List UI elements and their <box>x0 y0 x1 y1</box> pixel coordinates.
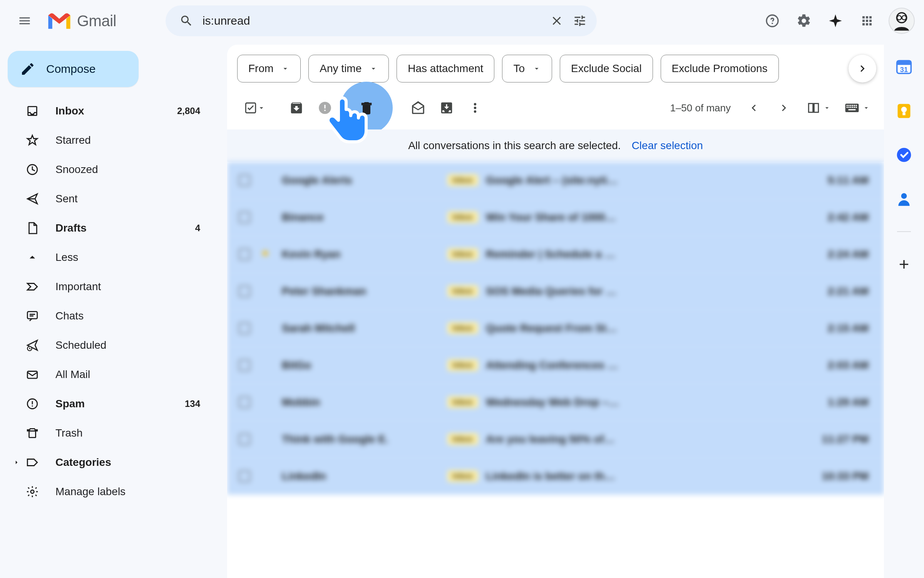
calendar-app-button[interactable]: 31 <box>891 54 917 80</box>
email-row[interactable]: Peter ShankmanInboxSOS Media Queries for… <box>227 273 884 310</box>
email-checkbox[interactable] <box>239 397 250 408</box>
email-row[interactable]: BinanceInboxWin Your Share of 1000…2:42 … <box>227 199 884 236</box>
sidebar-item-allmail[interactable]: All Mail <box>8 360 214 389</box>
sidebar: Compose Inbox2,804StarredSnoozedSentDraf… <box>0 42 227 578</box>
clear-selection-link[interactable]: Clear selection <box>632 139 703 152</box>
email-star[interactable] <box>260 212 272 223</box>
support-button[interactable] <box>758 6 787 35</box>
select-all-checkbox[interactable] <box>237 95 271 121</box>
sidebar-item-trash[interactable]: Trash <box>8 418 214 448</box>
email-checkbox[interactable] <box>239 249 250 260</box>
filter-chip-any-time[interactable]: Any time <box>308 55 389 82</box>
sidebar-item-send[interactable]: Sent <box>8 184 214 213</box>
email-checkbox[interactable] <box>239 212 250 223</box>
email-row[interactable]: Sarah MitchellInboxQuote Request From St… <box>227 310 884 347</box>
sidebar-item-draft[interactable]: Drafts4 <box>8 213 214 243</box>
sidebar-item-important[interactable]: Important <box>8 272 214 301</box>
plus-icon <box>897 257 911 272</box>
compose-button[interactable]: Compose <box>8 51 139 87</box>
checkbox-checked-icon <box>244 101 257 114</box>
gmail-logo[interactable]: Gmail <box>43 11 116 31</box>
email-time: 2:42 AM <box>815 211 869 223</box>
settings-button[interactable] <box>789 6 819 35</box>
email-row[interactable]: Think with Google E.InboxAre you leaving… <box>227 421 884 458</box>
email-row[interactable]: Kevin RyanInboxReminder | Schedule a …2:… <box>227 236 884 273</box>
sidebar-item-chats[interactable]: Chats <box>8 301 214 331</box>
archive-button[interactable] <box>283 95 310 121</box>
email-checkbox[interactable] <box>239 323 250 334</box>
sidebar-item-less[interactable]: Less <box>8 243 214 272</box>
email-star[interactable] <box>260 175 272 186</box>
filter-chip-exclude-promotions[interactable]: Exclude Promotions <box>661 55 779 82</box>
move-to-inbox-button[interactable] <box>434 95 460 121</box>
input-tools-toggle[interactable] <box>839 95 874 121</box>
gemini-button[interactable] <box>821 6 850 35</box>
svg-rect-32 <box>897 61 911 65</box>
email-row[interactable]: LinkedInInboxLinkedIn is better on th…10… <box>227 458 884 495</box>
email-star[interactable] <box>260 470 272 482</box>
search-icon <box>179 14 193 28</box>
email-checkbox[interactable] <box>239 434 250 445</box>
sidebar-item-star[interactable]: Starred <box>8 126 214 155</box>
tune-icon <box>573 14 587 28</box>
email-row[interactable]: Google AlertsInboxGoogle Alert – (site:n… <box>227 162 884 199</box>
chip-label: Has attachment <box>408 62 483 75</box>
email-star[interactable] <box>260 286 272 297</box>
get-addons-button[interactable] <box>891 251 917 277</box>
split-pane-toggle[interactable] <box>801 95 835 121</box>
svg-rect-21 <box>852 105 853 106</box>
email-time: 2:03 AM <box>815 359 869 371</box>
search-input[interactable] <box>198 14 545 27</box>
sidebar-item-spam[interactable]: Spam134 <box>8 389 214 418</box>
email-row[interactable]: BitGoInboxAttending Conferences …2:03 AM <box>227 347 884 384</box>
mark-as-read-button[interactable] <box>405 95 431 121</box>
search-clear-button[interactable] <box>545 9 568 32</box>
filter-chip-from[interactable]: From <box>237 55 301 82</box>
svg-rect-23 <box>856 105 857 106</box>
email-checkbox[interactable] <box>239 286 250 297</box>
main-menu-button[interactable] <box>9 5 40 36</box>
gmail-m-icon <box>46 11 72 31</box>
email-star[interactable] <box>260 249 272 260</box>
email-sender: Peter Shankman <box>282 285 447 297</box>
svg-rect-28 <box>854 107 855 108</box>
sidebar-item-scheduled[interactable]: Scheduled <box>8 331 214 360</box>
filter-chip-exclude-social[interactable]: Exclude Social <box>560 55 653 82</box>
contacts-app-button[interactable] <box>891 186 917 212</box>
email-subject: Google Alert – (site:nyti… <box>486 174 815 187</box>
filter-chip-has-attachment[interactable]: Has attachment <box>397 55 494 82</box>
keep-app-button[interactable] <box>891 98 917 124</box>
email-row[interactable]: MobbinInboxWednesday Web Drop –…1:29 AM <box>227 384 884 421</box>
email-star[interactable] <box>260 360 272 371</box>
email-star[interactable] <box>260 397 272 408</box>
apps-button[interactable] <box>852 6 882 35</box>
email-checkbox[interactable] <box>239 175 250 186</box>
email-star[interactable] <box>260 434 272 445</box>
email-star[interactable] <box>260 323 272 334</box>
delete-button[interactable] <box>340 82 393 134</box>
email-time: 2:15 AM <box>815 322 869 334</box>
email-checkbox[interactable] <box>239 360 250 371</box>
tasks-app-button[interactable] <box>891 142 917 168</box>
email-subject: Are you leaving 50% of… <box>486 433 815 445</box>
sidebar-item-inbox[interactable]: Inbox2,804 <box>8 96 214 126</box>
chip-label: Exclude Promotions <box>672 62 768 75</box>
sidebar-item-manage[interactable]: Manage labels <box>8 477 214 506</box>
more-actions-button[interactable] <box>462 95 488 121</box>
search-options-button[interactable] <box>568 9 591 32</box>
sidebar-item-categories[interactable]: Categories <box>8 448 214 477</box>
caret-down-icon <box>369 64 378 73</box>
email-checkbox[interactable] <box>239 470 250 482</box>
search-button[interactable] <box>175 9 198 32</box>
svg-point-35 <box>901 107 907 113</box>
account-avatar[interactable] <box>889 8 915 34</box>
report-spam-button[interactable] <box>312 95 338 121</box>
chips-scroll-right-button[interactable] <box>849 55 876 82</box>
sidebar-item-clock[interactable]: Snoozed <box>8 155 214 184</box>
email-sender: Mobbin <box>282 396 447 408</box>
page-next-button[interactable] <box>771 95 797 121</box>
svg-rect-11 <box>32 405 33 407</box>
page-prev-button[interactable] <box>741 95 767 121</box>
filter-chip-to[interactable]: To <box>502 55 552 82</box>
sidebar-item-label: Snoozed <box>55 163 200 176</box>
